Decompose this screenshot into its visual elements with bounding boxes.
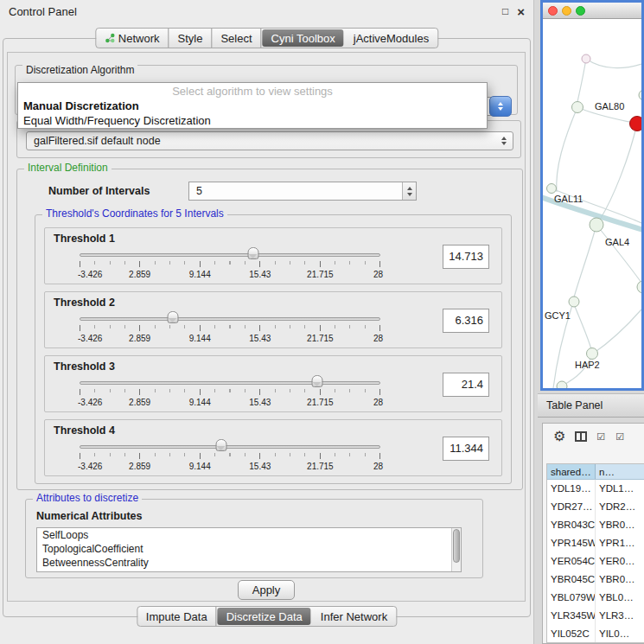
slider-ticks [80, 325, 380, 331]
table-panel-header[interactable]: Table Panel [538, 393, 644, 418]
column-header-shared-name[interactable]: shared… [547, 464, 596, 479]
up-arrow-icon [498, 102, 503, 105]
table-row[interactable]: YDR27…YDR2… [547, 498, 644, 516]
thresholds-group: Threshold's Coordinates for 5 Intervals … [35, 214, 512, 484]
slider-scale: -3.426 2.859 9.144 15.43 21.715 28 [80, 462, 380, 472]
tab-label: Infer Network [321, 610, 387, 623]
scrollbar-thumb[interactable] [453, 529, 460, 563]
group-title: Interval Definition [24, 162, 112, 174]
network-node-gal4[interactable] [590, 218, 603, 232]
network-window-titlebar[interactable] [543, 3, 641, 19]
slider-scale: -3.426 2.859 9.144 15.43 21.715 28 [80, 334, 380, 344]
table-row[interactable]: YLR345WYLR3… [547, 607, 644, 625]
network-node-hap2[interactable] [587, 348, 598, 360]
table-panel-window: ⚙ ☑ ☑ shared… n… YDL19…YDL1… YDR27…YDR2…… [542, 423, 644, 644]
tab-style[interactable]: Style [169, 29, 213, 48]
close-window-icon[interactable] [548, 6, 558, 16]
threshold-2-slider[interactable]: -3.426 2.859 9.144 15.43 21.715 28 [80, 311, 380, 346]
network-node-gcy1[interactable] [569, 296, 579, 307]
tab-impute-data[interactable]: Impute Data [137, 607, 217, 626]
network-node[interactable] [557, 381, 567, 388]
slider-track[interactable] [80, 253, 380, 257]
spinner-arrows-icon[interactable] [402, 182, 416, 200]
select-rows-icon[interactable]: ☑ [596, 431, 606, 443]
threshold-4-value-field[interactable]: 11.344 [443, 437, 489, 461]
threshold-1-value-field[interactable]: 14.713 [443, 245, 489, 269]
tab-infer-network[interactable]: Infer Network [312, 607, 396, 626]
table-row[interactable]: YPR145WYPR1… [547, 534, 644, 552]
list-scrollbar[interactable] [451, 528, 461, 571]
threshold-label: Threshold 3 [54, 360, 115, 373]
network-node[interactable] [639, 90, 641, 100]
list-item[interactable]: SelfLoops [37, 528, 461, 542]
table-row[interactable]: YER054CYER0… [547, 552, 644, 571]
gear-icon[interactable]: ⚙ [553, 430, 565, 443]
slider-track[interactable] [80, 381, 380, 385]
slider-track[interactable] [80, 317, 380, 321]
slider-thumb[interactable] [247, 247, 258, 259]
attributes-list[interactable]: SelfLoops TopologicalCoefficient Between… [36, 527, 462, 572]
column-header-name[interactable]: n… [596, 464, 644, 479]
tab-label: Impute Data [146, 610, 207, 623]
tab-select[interactable]: Select [212, 29, 261, 48]
table-row[interactable]: YBR045CYBR0… [547, 571, 644, 589]
network-node[interactable] [582, 54, 590, 63]
number-of-intervals-label: Number of Intervals [48, 185, 150, 197]
slider-thumb[interactable] [167, 311, 178, 323]
dropdown-option-manual[interactable]: Manual Discretization [18, 99, 487, 113]
minimize-window-icon[interactable] [562, 6, 571, 16]
tab-label: Style [178, 32, 203, 45]
network-node-gal80[interactable] [572, 102, 583, 113]
tab-jactivemodules[interactable]: jActiveModules [345, 29, 437, 48]
slider-thumb[interactable] [215, 439, 226, 451]
network-canvas[interactable]: GAL80 GAL11 GAL4 GCY1 HAP2 [543, 19, 641, 388]
cyni-toolbox-content: Discretization Algorithm Select algorith… [7, 52, 526, 602]
table-row[interactable]: YIL052CYIL0… [547, 625, 644, 643]
dropdown-option-equal-width[interactable]: Equal Width/Frequency Discretization [18, 113, 487, 128]
columns-icon[interactable] [575, 431, 587, 442]
up-arrow-icon [501, 137, 507, 140]
top-tab-strip: Network Style Select Cyni Toolbox jActiv… [95, 28, 438, 48]
select-all-icon[interactable]: ☑ [615, 431, 625, 443]
dropdown-hint-option: Select algorithm to view settings [18, 84, 487, 99]
threshold-2-value-field[interactable]: 6.316 [443, 309, 489, 333]
table-data-value: galFiltered.sif default node [34, 135, 161, 147]
float-panel-icon[interactable]: □ [502, 5, 508, 17]
table-row[interactable]: YBR043CYBR0… [547, 516, 644, 534]
network-tab-icon [105, 33, 115, 43]
selected-node-red[interactable] [630, 117, 642, 131]
tab-network[interactable]: Network [96, 29, 169, 48]
tab-cyni-toolbox[interactable]: Cyni Toolbox [263, 29, 344, 47]
down-arrow-icon [498, 107, 503, 111]
apply-button[interactable]: Apply [238, 580, 295, 600]
intervals-spinner[interactable]: 5 [188, 182, 417, 201]
list-item[interactable]: BetweennessCentrality [37, 556, 461, 570]
slider-ticks [80, 453, 380, 459]
slider-track[interactable] [80, 445, 380, 449]
threshold-3-panel: Threshold 3 -3.426 2.859 9.144 15.43 21.… [44, 355, 502, 412]
zoom-window-icon[interactable] [576, 6, 585, 16]
node-label: GCY1 [545, 310, 571, 321]
network-node[interactable] [637, 281, 641, 293]
threshold-3-slider[interactable]: -3.426 2.859 9.144 15.43 21.715 28 [80, 375, 380, 410]
list-item[interactable]: TopologicalCoefficient [37, 542, 461, 556]
algorithm-select-stepper-icon[interactable] [489, 96, 512, 117]
threshold-3-value-field[interactable]: 21.4 [443, 373, 489, 397]
node-table: shared… n… YDL19…YDL1… YDR27…YDR2… YBR04… [546, 463, 644, 643]
network-view-window[interactable]: GAL80 GAL11 GAL4 GCY1 HAP2 [540, 0, 644, 391]
network-node-gal11[interactable] [547, 184, 557, 194]
threshold-1-slider[interactable]: -3.426 2.859 9.144 15.43 21.715 28 [80, 247, 380, 282]
tab-label: jActiveModules [354, 32, 429, 45]
intervals-value: 5 [196, 182, 202, 200]
close-panel-icon[interactable]: × [517, 4, 525, 19]
table-row[interactable]: YDL19…YDL1… [547, 480, 644, 498]
node-label: GAL11 [554, 194, 583, 204]
tab-discretize-data[interactable]: Discretize Data [218, 608, 311, 625]
threshold-label: Threshold 4 [54, 424, 115, 437]
discretization-algorithm-group: Discretization Algorithm Select algorith… [15, 65, 518, 115]
slider-thumb[interactable] [311, 375, 322, 387]
bottom-tab-strip: Impute Data Discretize Data Infer Networ… [137, 606, 397, 627]
table-row[interactable]: YBL079WYBL0… [547, 589, 644, 607]
threshold-4-slider[interactable]: -3.426 2.859 9.144 15.43 21.715 28 [80, 439, 380, 474]
table-data-select[interactable]: galFiltered.sif default node [26, 131, 513, 150]
